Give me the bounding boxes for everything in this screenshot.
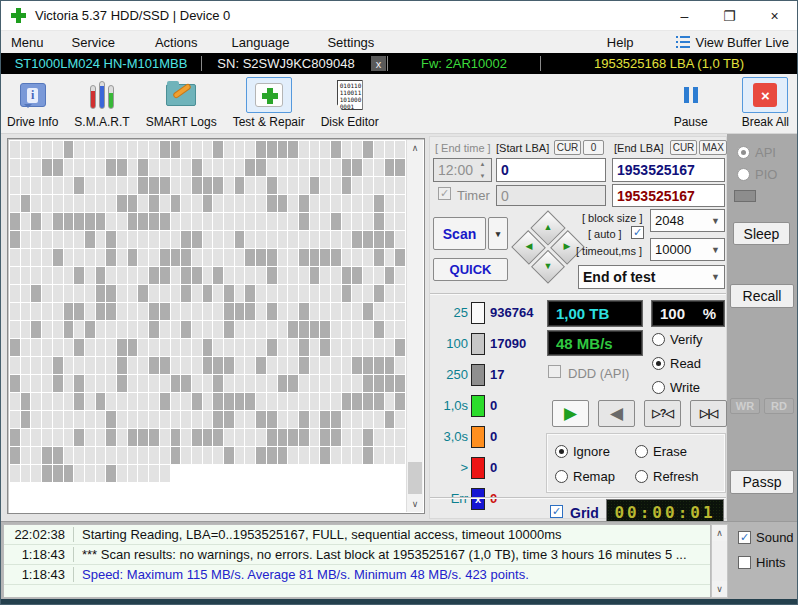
block-size-combo[interactable]: 2048▼: [650, 209, 725, 232]
block-cell: [10, 465, 20, 482]
menu-actions[interactable]: Actions: [155, 35, 198, 50]
sound-checkbox[interactable]: ✓ Sound: [738, 530, 794, 545]
quick-button[interactable]: QUICK: [433, 258, 508, 281]
serial-close-button[interactable]: x: [371, 56, 386, 71]
block-cell: [278, 159, 288, 176]
start-lba-zero-button[interactable]: 0: [583, 140, 604, 155]
smart-logs-button[interactable]: SMART Logs: [146, 77, 217, 129]
view-buffer-live-button[interactable]: View Buffer Live: [676, 35, 789, 50]
minimize-button[interactable]: –: [662, 1, 707, 31]
block-cell: [213, 447, 223, 464]
scroll-thumb[interactable]: [408, 462, 422, 494]
recall-button[interactable]: Recall: [730, 284, 794, 308]
end-time-spinner[interactable]: 12:00 ▲▼: [433, 158, 492, 182]
sleep-button[interactable]: Sleep: [733, 222, 790, 245]
block-cell: [352, 375, 362, 392]
pause-button[interactable]: Pause: [668, 77, 714, 129]
mode-write-radio[interactable]: Write: [652, 375, 703, 399]
block-cell: [267, 285, 277, 302]
current-lba-field[interactable]: 1953525167: [612, 184, 725, 207]
log-entry[interactable]: 1:18:43Speed: Maximum 115 MB/s. Average …: [4, 565, 710, 585]
playback-controls: ▶ ◀ ▷?◁ ▷|◁: [552, 400, 727, 427]
block-cell: [288, 393, 298, 410]
device-capacity[interactable]: 1953525168 LBA (1,0 TB): [541, 53, 797, 74]
scroll-up-icon[interactable]: ∧: [712, 525, 727, 541]
block-cell: [385, 357, 395, 374]
block-cell: [352, 285, 362, 302]
block-cell: [288, 285, 298, 302]
action-ignore-radio[interactable]: Ignore: [555, 439, 635, 463]
rd-button[interactable]: RD: [764, 398, 794, 414]
timer-checkbox[interactable]: ✓: [438, 187, 451, 200]
scan-dropdown-button[interactable]: ▾: [488, 217, 508, 250]
menu-help[interactable]: Help: [607, 35, 634, 50]
menu-menu[interactable]: Menu: [11, 35, 44, 50]
action-remap-radio[interactable]: Remap: [555, 464, 635, 488]
grid-checkbox[interactable]: ✓: [550, 505, 563, 518]
scroll-up-icon[interactable]: ∧: [407, 140, 423, 156]
block-cell: [267, 447, 277, 464]
test-repair-button[interactable]: Test & Repair: [233, 77, 305, 129]
block-cell: [171, 195, 181, 212]
block-cell: [224, 321, 234, 338]
drive-info-button[interactable]: i Drive Info: [7, 77, 58, 129]
start-lba-cur-button[interactable]: CUR: [554, 140, 581, 155]
start-lba-input[interactable]: 0: [496, 158, 606, 182]
device-serial[interactable]: SN: S2SWJ9KC809048: [202, 53, 370, 74]
mode-verify-radio[interactable]: Verify: [652, 327, 703, 351]
break-all-button[interactable]: × Break All: [742, 77, 789, 129]
pio-radio[interactable]: PIO: [737, 162, 777, 186]
wr-button[interactable]: WR: [730, 398, 760, 414]
step-back-button[interactable]: ◀: [598, 400, 635, 427]
action-erase-radio[interactable]: Erase: [635, 439, 725, 463]
auto-checkbox[interactable]: ✓: [631, 226, 644, 239]
block-cell: [74, 267, 84, 284]
block-cell: [181, 321, 191, 338]
block-cell: [117, 429, 127, 446]
block-cell: [288, 141, 298, 158]
block-cell: [74, 141, 84, 158]
log-scrollbar[interactable]: ∧ ∨: [711, 524, 728, 598]
menu-service[interactable]: Service: [72, 35, 115, 50]
seek-end-button[interactable]: ▷|◁: [690, 400, 727, 427]
grid-scrollbar[interactable]: ∧ ∨: [406, 140, 423, 512]
block-cell: [213, 303, 223, 320]
timeout-combo[interactable]: 10000▼: [650, 238, 725, 261]
api-radio[interactable]: API: [737, 140, 776, 164]
block-cell: [96, 285, 106, 302]
hints-checkbox[interactable]: Hints: [738, 555, 786, 570]
action-refresh-radio[interactable]: Refresh: [635, 464, 725, 488]
block-cell: [203, 447, 213, 464]
end-lba-input[interactable]: 1953525167: [612, 158, 725, 182]
disk-editor-button[interactable]: 010110 110011 101000 0001 Disk Editor: [321, 77, 379, 129]
seek-question-button[interactable]: ▷?◁: [644, 400, 681, 427]
passp-button[interactable]: Passp: [730, 470, 794, 494]
scan-button[interactable]: Scan: [433, 217, 486, 250]
end-lba-max-button[interactable]: MAX: [699, 140, 727, 155]
block-cell: [224, 285, 234, 302]
block-cell: [31, 303, 41, 320]
end-action-combo[interactable]: End of test▼: [578, 265, 725, 289]
ddd-api-checkbox[interactable]: [548, 365, 561, 378]
spinner-arrows-icon[interactable]: ▲▼: [476, 161, 489, 179]
close-button[interactable]: ×: [752, 1, 797, 31]
timeout-label: [ timeout,ms ]: [576, 245, 642, 257]
timer-lba-field[interactable]: 0: [496, 185, 606, 206]
smart-button[interactable]: S.M.A.R.T: [74, 77, 129, 129]
block-cell: [53, 213, 63, 230]
log-entry[interactable]: 1:18:43*** Scan results: no warnings, no…: [4, 545, 710, 565]
menu-settings[interactable]: Settings: [327, 35, 374, 50]
stat-row: >0: [432, 452, 544, 483]
end-lba-cur-button[interactable]: CUR: [670, 140, 697, 155]
scroll-down-icon[interactable]: ∨: [407, 496, 423, 512]
maximize-button[interactable]: ❐: [707, 1, 752, 31]
menu-language[interactable]: Language: [232, 35, 290, 50]
mode-read-radio[interactable]: Read: [652, 351, 703, 375]
block-cell: [352, 249, 362, 266]
block-cell: [149, 447, 159, 464]
play-button[interactable]: ▶: [552, 400, 589, 427]
scroll-down-icon[interactable]: ∨: [712, 581, 727, 597]
log-entry[interactable]: 22:02:38Starting Reading, LBA=0..1953525…: [4, 525, 710, 545]
device-model[interactable]: ST1000LM024 HN-M101MBB: [1, 53, 201, 74]
device-firmware[interactable]: Fw: 2AR10002: [388, 53, 540, 74]
